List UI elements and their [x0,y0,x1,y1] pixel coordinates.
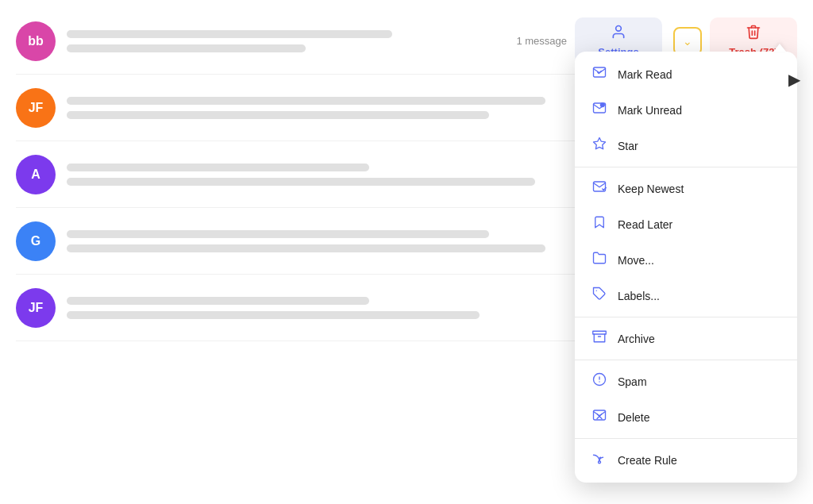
divider-4 [575,438,797,439]
menu-item-read-later[interactable]: Read Later [575,206,797,242]
avatar-jf2: JF [16,288,56,328]
avatar-bb: bb [16,21,56,61]
menu-item-move[interactable]: Move... [575,242,797,278]
mark-unread-icon [591,101,608,119]
menu-item-star[interactable]: Star [575,128,797,164]
line-1 [67,230,489,238]
create-rule-label: Create Rule [618,454,677,467]
keep-newest-icon [591,179,608,198]
svg-point-3 [600,102,605,107]
line-2 [67,178,535,186]
delete-label: Delete [618,411,649,424]
menu-item-keep-newest[interactable]: Keep Newest [575,171,797,206]
labels-icon [591,287,608,305]
conv-content-jf1 [67,97,630,119]
conv-content-jf2 [67,297,618,319]
divider-3 [575,360,797,360]
svg-point-0 [616,26,622,32]
menu-item-labels[interactable]: Labels... [575,278,797,314]
msg-count-bb: 1 message [516,35,567,47]
delete-icon [591,408,608,426]
avatar-g: G [16,221,56,261]
menu-item-create-rule[interactable]: Create Rule [575,442,797,478]
mark-read-label: Mark Read [618,68,672,81]
labels-label: Labels... [618,290,660,302]
trash-icon [746,24,761,44]
keep-newest-label: Keep Newest [618,183,684,195]
move-label: Move... [618,254,654,267]
line-1 [67,97,545,105]
divider-1 [575,167,797,167]
archive-label: Archive [618,333,655,345]
read-later-icon [591,215,608,233]
spam-label: Spam [618,375,647,388]
menu-item-spam[interactable]: Spam [575,364,797,399]
avatar-a: A [16,155,56,194]
move-icon [591,251,608,269]
line-2 [67,311,480,319]
divider-2 [575,317,797,317]
conv-content-g [67,230,630,252]
line-2 [67,44,306,52]
avatar-jf1: JF [16,88,56,128]
read-later-label: Read Later [618,218,672,231]
menu-item-mark-read[interactable]: Mark Read [575,56,797,92]
line-1 [67,164,369,171]
spam-icon [591,372,608,391]
line-2 [67,111,489,119]
dropdown-arrow [773,44,786,52]
line-1 [67,30,392,38]
archive-icon [591,329,608,348]
create-rule-icon [591,451,608,469]
main-container: bb 1 message Settings [0,0,813,504]
conv-content-a [67,164,618,186]
line-1 [67,297,369,305]
svg-rect-6 [593,331,607,334]
menu-item-delete[interactable]: Delete [575,399,797,435]
menu-item-mark-unread[interactable]: Mark Unread [575,92,797,128]
context-dropdown-menu: Mark Read Mark Unread Star [575,52,797,483]
chevron-down-icon: ⌄ [683,35,692,48]
line-2 [67,244,545,252]
mark-read-icon [591,65,608,83]
conv-content-bb [67,30,500,52]
star-label: Star [618,140,638,152]
star-icon [591,137,608,155]
menu-item-archive[interactable]: Archive [575,321,797,356]
mark-unread-label: Mark Unread [618,104,682,117]
person-icon [611,24,626,44]
svg-marker-4 [594,138,606,149]
